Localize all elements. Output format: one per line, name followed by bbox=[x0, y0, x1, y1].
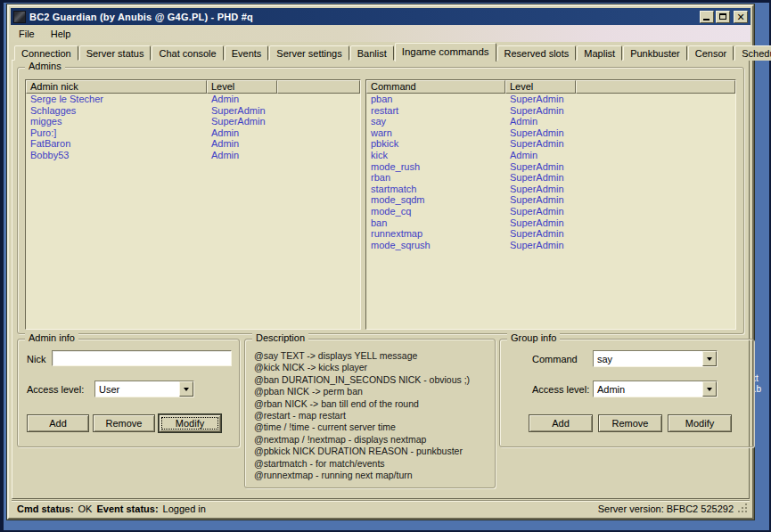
admins-groupbox: Admins Admin nick Level Serge le Stecher… bbox=[17, 67, 744, 334]
column-header-empty[interactable] bbox=[277, 80, 360, 94]
admin-row[interactable]: migges SuperAdmin bbox=[26, 116, 360, 127]
description-group-label: Description bbox=[252, 332, 308, 343]
command-row[interactable]: startmatch SuperAdmin bbox=[366, 184, 735, 195]
tab-strip: Connection Server status Chat console Ev… bbox=[14, 42, 771, 61]
app-window: BC2 Guardian (by Anubis @ G4G.PL) - PHD … bbox=[7, 4, 754, 520]
admin-info-groupbox: Admin info Nick Access level: User Add R… bbox=[17, 339, 240, 447]
command-row[interactable]: mode_rush SuperAdmin bbox=[366, 161, 735, 173]
group-remove-button[interactable]: Remove bbox=[598, 414, 662, 432]
admin-row[interactable]: Schlagges SuperAdmin bbox=[26, 105, 360, 117]
admin-row[interactable]: Puro:] Admin bbox=[26, 127, 360, 139]
tab-scheduler[interactable]: Scheduler bbox=[734, 45, 771, 61]
command-row[interactable]: warn SuperAdmin bbox=[366, 127, 735, 139]
description-lines: @say TEXT -> displays YELL message @kick… bbox=[254, 350, 489, 481]
description-line: @rban NICK -> ban till end of the round bbox=[254, 398, 489, 410]
close-icon: ✕ bbox=[734, 11, 747, 23]
resize-grip-icon[interactable] bbox=[745, 511, 747, 512]
menu-file[interactable]: File bbox=[11, 27, 43, 41]
admins-group-label: Admins bbox=[25, 61, 65, 71]
group-info-groupbox: Group info Command say Access level: Adm… bbox=[499, 339, 754, 447]
minimize-icon bbox=[703, 19, 709, 20]
tab-punkbuster[interactable]: Punkbuster bbox=[623, 45, 687, 61]
minimize-button[interactable] bbox=[700, 11, 714, 23]
description-line: @nextmap / !nextmap - displays nextmap bbox=[254, 434, 489, 446]
column-header-command[interactable]: Command bbox=[366, 80, 505, 94]
maximize-icon bbox=[719, 13, 726, 20]
description-line: @time / !time - current server time bbox=[254, 422, 489, 433]
cmd-status-label: Cmd status: bbox=[17, 503, 74, 514]
event-status-label: Event status: bbox=[96, 503, 158, 514]
group-info-group-label: Group info bbox=[507, 332, 560, 343]
access-level-value: User bbox=[95, 382, 179, 397]
admin-modify-button[interactable]: Modify bbox=[159, 414, 221, 432]
access-level-combo[interactable]: User bbox=[94, 381, 194, 397]
tab-page-ingame-commands: Admins Admin nick Level Serge le Stecher… bbox=[12, 60, 750, 499]
description-groupbox: Description @say TEXT -> displays YELL m… bbox=[244, 339, 496, 488]
chevron-down-icon[interactable] bbox=[702, 381, 717, 397]
group-access-level-value: Admin bbox=[594, 382, 702, 397]
command-rows: pban SuperAdmin restart SuperAdmin bbox=[366, 94, 735, 329]
group-modify-button[interactable]: Modify bbox=[668, 414, 732, 432]
desktop-icon-label-fragment: xt t.b bbox=[751, 373, 771, 395]
column-header-level[interactable]: Level bbox=[207, 80, 277, 94]
description-line: @pban NICK -> perm ban bbox=[254, 386, 489, 397]
admin-add-button[interactable]: Add bbox=[27, 414, 89, 432]
window-title: BC2 Guardian (by Anubis @ G4G.PL) - PHD … bbox=[29, 12, 700, 22]
tab-maplist[interactable]: Maplist bbox=[577, 45, 622, 61]
command-row[interactable]: restart SuperAdmin bbox=[366, 105, 735, 117]
column-header-level[interactable]: Level bbox=[505, 80, 576, 94]
command-row[interactable]: say Admin bbox=[366, 116, 735, 127]
admin-remove-button[interactable]: Remove bbox=[93, 414, 155, 432]
command-row[interactable]: mode_sqdm SuperAdmin bbox=[366, 194, 735, 206]
nick-input[interactable] bbox=[52, 350, 232, 366]
command-row[interactable]: pbkick SuperAdmin bbox=[366, 138, 735, 150]
nick-label: Nick bbox=[27, 354, 45, 364]
command-value: say bbox=[594, 352, 702, 366]
tab-reserved-slots[interactable]: Reserved slots bbox=[497, 45, 577, 61]
command-row[interactable]: rban SuperAdmin bbox=[366, 172, 735, 184]
tab-events[interactable]: Events bbox=[225, 45, 269, 61]
column-header-admin-nick[interactable]: Admin nick bbox=[26, 80, 207, 94]
maximize-button[interactable] bbox=[716, 11, 730, 23]
chevron-down-icon[interactable] bbox=[179, 381, 193, 397]
access-level-label: Access level: bbox=[27, 384, 84, 395]
close-button[interactable]: ✕ bbox=[734, 11, 748, 23]
description-line: @restart - map restart bbox=[254, 410, 489, 422]
chevron-down-icon[interactable] bbox=[702, 351, 717, 366]
group-add-button[interactable]: Add bbox=[529, 414, 593, 432]
title-bar[interactable]: BC2 Guardian (by Anubis @ G4G.PL) - PHD … bbox=[11, 8, 750, 25]
access-level-label: Access level: bbox=[532, 384, 589, 395]
tab-censor[interactable]: Censor bbox=[688, 45, 734, 61]
tab-banlist[interactable]: Banlist bbox=[350, 45, 394, 61]
column-header-empty[interactable] bbox=[576, 80, 735, 94]
cmd-status-value: OK bbox=[78, 503, 93, 514]
description-line: @startmatch - for match/events bbox=[254, 458, 489, 470]
command-row[interactable]: kick Admin bbox=[366, 150, 735, 161]
command-row[interactable]: mode_sqrush SuperAdmin bbox=[366, 240, 735, 251]
command-list[interactable]: Command Level pban SuperAdmin bbox=[365, 79, 736, 330]
command-list-header: Command Level bbox=[366, 80, 735, 94]
admin-row[interactable]: Bobby53 Admin bbox=[26, 150, 360, 161]
description-line: @pbkick NICK DURATION REASON - punkbuste… bbox=[254, 446, 489, 457]
admin-nick-list[interactable]: Admin nick Level Serge le Stecher Admin bbox=[25, 79, 361, 330]
command-row[interactable]: ban SuperAdmin bbox=[366, 217, 735, 229]
command-combo[interactable]: say bbox=[593, 350, 718, 367]
tab-ingame-commands[interactable]: Ingame commands bbox=[395, 43, 496, 61]
command-label: Command bbox=[532, 354, 578, 364]
command-row[interactable]: mode_cq SuperAdmin bbox=[366, 206, 735, 217]
tab-server-settings[interactable]: Server settings bbox=[269, 45, 349, 61]
admin-nick-rows: Serge le Stecher Admin Schlagges SuperAd… bbox=[26, 94, 360, 329]
command-row[interactable]: pban SuperAdmin bbox=[366, 94, 735, 105]
description-line: @ban DURATION_IN_SECONDS NICK - obvious … bbox=[254, 374, 489, 386]
tab-server-status[interactable]: Server status bbox=[79, 45, 152, 61]
menu-bar: File Help bbox=[11, 25, 750, 42]
command-row[interactable]: runnextmap SuperAdmin bbox=[366, 228, 735, 240]
group-access-level-combo[interactable]: Admin bbox=[593, 381, 718, 397]
tab-connection[interactable]: Connection bbox=[14, 45, 78, 61]
admin-row[interactable]: Serge le Stecher Admin bbox=[26, 94, 360, 105]
menu-help[interactable]: Help bbox=[43, 27, 79, 41]
admin-row[interactable]: FatBaron Admin bbox=[26, 138, 360, 150]
tab-chat-console[interactable]: Chat console bbox=[152, 45, 223, 61]
status-bar: Cmd status: OK Event status: Logged in S… bbox=[12, 500, 750, 515]
admin-info-group-label: Admin info bbox=[25, 332, 78, 343]
